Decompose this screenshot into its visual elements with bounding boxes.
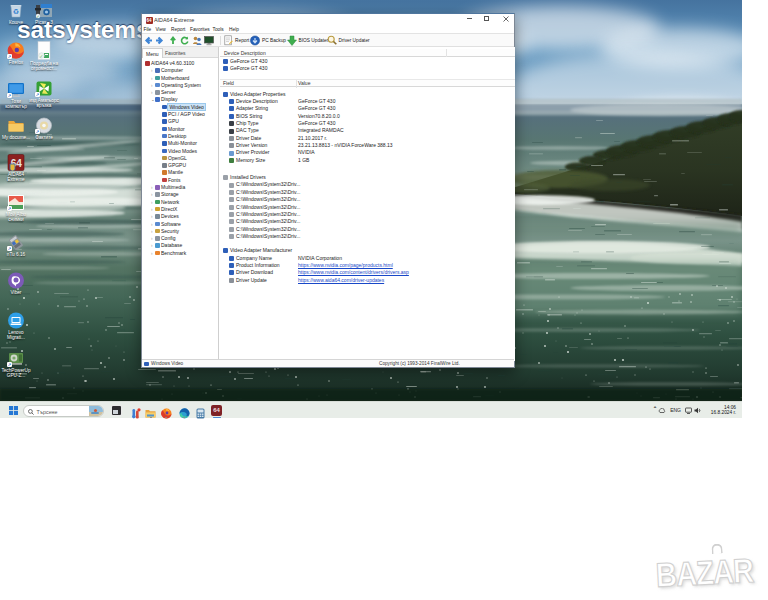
svg-text:✓: ✓	[40, 54, 44, 59]
svg-text:♻: ♻	[13, 8, 19, 15]
